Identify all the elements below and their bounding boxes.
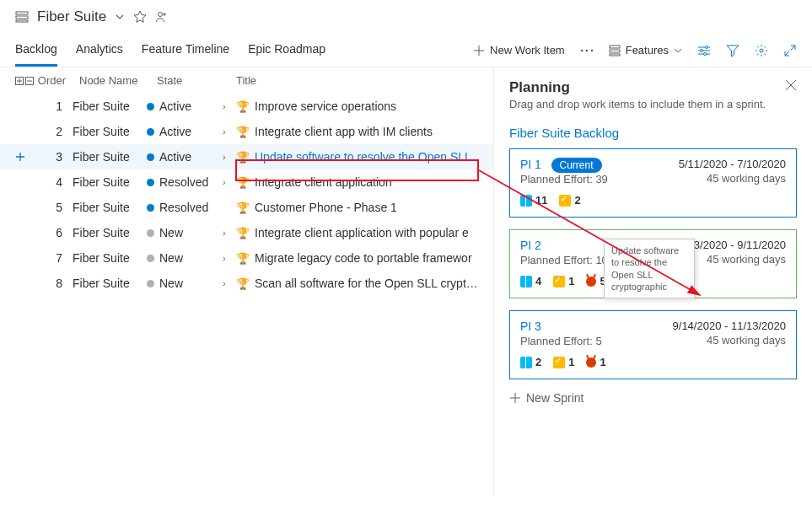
row-title[interactable]: Update software to resolve the Open SLL [255,150,471,164]
new-sprint-button[interactable]: New Sprint [509,391,797,405]
svg-point-12 [704,52,707,55]
feature-icon: 🏆 [236,201,250,214]
row-node: Fiber Suite [73,226,147,239]
settings-sliders-icon[interactable] [697,44,711,57]
col-title[interactable]: Title [236,74,478,87]
column-headers: Order Node Name State Title [0,67,493,94]
feature-icon: 🏆 [236,227,250,239]
gear-icon[interactable] [755,44,768,57]
svg-rect-7 [610,46,620,48]
row-title[interactable]: Integrate client application with popula… [255,226,469,239]
table-row[interactable]: 3 Fiber Suite Active › 🏆 Update software… [0,144,493,169]
row-order: 8 [34,277,73,290]
tab-analytics[interactable]: Analytics [76,34,123,67]
row-title[interactable]: Customer Phone - Phase 1 [255,201,397,214]
chevron-right-icon[interactable]: › [223,177,231,187]
people-icon[interactable] [155,10,169,24]
row-title[interactable]: Integrate client app with IM clients [255,125,433,138]
tab-feature-timeline[interactable]: Feature Timeline [142,34,229,67]
sprint-name[interactable]: PI 1 [520,158,541,171]
backlog-link[interactable]: Fiber Suite Backlog [509,126,797,140]
sprint-days: 45 working days [679,172,786,185]
table-row[interactable]: 8 Fiber Suite New › 🏆 Scan all software … [0,271,493,296]
row-state: New [147,277,223,290]
row-title[interactable]: Integrate client application [255,175,392,189]
row-order: 1 [34,99,73,113]
svg-point-6 [590,49,593,51]
feature-icon: 🏆 [236,100,250,113]
table-row[interactable]: 1 Fiber Suite Active › 🏆 Improve service… [0,94,493,119]
sprint-dates: 5/11/2020 - 7/10/2020 [679,158,786,170]
row-order: 6 [34,226,73,239]
table-row[interactable]: 5 Fiber Suite Resolved 🏆 Customer Phone … [0,195,493,220]
chevron-right-icon[interactable]: › [223,101,231,111]
chevron-down-icon[interactable] [115,12,125,22]
row-order: 3 [34,150,73,164]
sprint-card[interactable]: PI 1 Current Planned Effort: 39 5/11/202… [509,148,797,218]
chevron-right-icon[interactable]: › [223,126,231,137]
sprint-counts: 112 [520,194,786,207]
row-state: Active [147,125,223,138]
col-node[interactable]: Node Name [79,74,153,87]
filter-icon[interactable] [726,44,739,57]
sprint-card[interactable]: PI 2 Planned Effort: 10 7/13/2020 - 9/11… [509,229,797,298]
chevron-right-icon[interactable]: › [223,278,231,288]
row-title[interactable]: Improve service operations [255,99,396,113]
row-title[interactable]: Migrate legacy code to portable framewor [255,251,472,265]
row-node: Fiber Suite [73,201,147,214]
row-state: Active [147,99,223,113]
sprint-card[interactable]: PI 3 Planned Effort: 5 9/14/2020 - 11/13… [509,310,797,379]
collapse-all-icon[interactable] [25,77,34,85]
table-row[interactable]: 6 Fiber Suite New › 🏆 Integrate client a… [0,220,493,245]
row-node: Fiber Suite [73,99,147,113]
sprint-effort: Planned Effort: 39 [520,173,608,185]
col-order[interactable]: Order [37,74,76,87]
table-row[interactable]: 2 Fiber Suite Active › 🏆 Integrate clien… [0,119,493,144]
backlog-level-icon [609,45,621,56]
plus-icon [473,45,485,56]
sprint-effort: Planned Effort: 5 [520,335,602,347]
feature-icon: 🏆 [236,252,250,265]
table-row[interactable]: 7 Fiber Suite New › 🏆 Migrate legacy cod… [0,245,493,271]
svg-point-11 [701,49,703,51]
expand-all-icon[interactable] [15,77,24,85]
sprint-days: 45 working days [673,334,786,347]
svg-rect-8 [610,50,620,52]
svg-point-4 [580,49,583,51]
svg-point-10 [706,46,708,48]
sprint-name[interactable]: PI 2 [520,239,541,252]
more-icon[interactable] [580,49,594,52]
task-count-icon [559,195,571,207]
row-node: Fiber Suite [73,277,147,290]
fullscreen-icon[interactable] [783,44,797,57]
drag-preview: Update software to resolve the Open SLL … [604,239,695,298]
row-node: Fiber Suite [73,175,147,189]
features-dropdown[interactable]: Features [609,44,682,56]
panel-title: Planning [509,79,766,96]
team-icon [15,10,29,24]
feature-icon: 🏆 [236,277,250,290]
row-node: Fiber Suite [73,125,147,138]
feature-count-icon [520,357,532,368]
current-badge: Current [551,158,602,173]
row-order: 4 [34,175,73,189]
close-icon[interactable] [785,79,797,91]
row-order: 7 [34,251,73,265]
svg-point-13 [760,49,763,52]
chevron-right-icon[interactable]: › [223,253,231,263]
chevron-right-icon[interactable]: › [223,228,231,238]
sprint-name[interactable]: PI 3 [520,320,541,333]
col-state[interactable]: State [157,74,233,87]
svg-rect-2 [16,20,28,22]
chevron-right-icon[interactable]: › [223,152,231,162]
tab-bar: Backlog Analytics Feature Timeline Epic … [0,34,812,67]
table-row[interactable]: 4 Fiber Suite Resolved › 🏆 Integrate cli… [0,169,493,195]
row-state: New [147,226,223,239]
row-title[interactable]: Scan all software for the Open SLL crypt… [255,277,478,290]
star-icon[interactable] [133,10,147,24]
feature-icon: 🏆 [236,151,250,164]
tab-backlog[interactable]: Backlog [15,34,57,67]
new-work-item-button[interactable]: New Work Item [473,44,565,56]
tab-epic-roadmap[interactable]: Epic Roadmap [248,34,325,67]
row-state: New [147,251,223,265]
